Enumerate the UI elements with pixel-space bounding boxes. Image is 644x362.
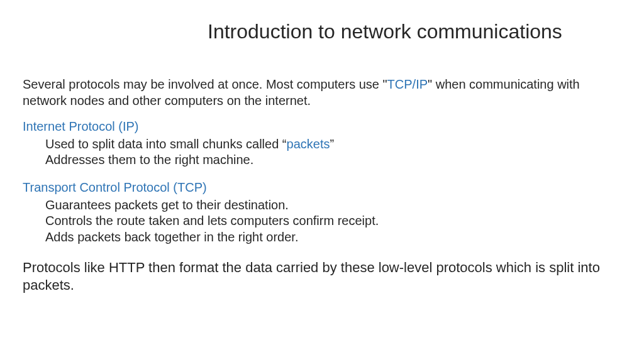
tcp-line-3: Adds packets back together in the right … — [45, 229, 621, 246]
tcp-heading: Transport Control Protocol (TCP) — [23, 180, 621, 196]
ip-line-2: Addresses them to the right machine. — [45, 152, 621, 168]
tcpip-link[interactable]: TCP/IP — [387, 77, 428, 91]
slide-body: Several protocols may be involved at onc… — [23, 77, 621, 293]
ip-line1-pre: Used to split data into small chunks cal… — [45, 137, 287, 151]
ip-line-1: Used to split data into small chunks cal… — [45, 136, 621, 153]
intro-paragraph: Several protocols may be involved at onc… — [23, 77, 621, 109]
tcp-details: Guarantees packets get to their destinat… — [45, 197, 621, 246]
slide: Introduction to network communications S… — [0, 0, 644, 362]
tcp-line-2: Controls the route taken and lets comput… — [45, 213, 621, 229]
ip-line1-post: ” — [330, 137, 334, 151]
ip-heading: Internet Protocol (IP) — [23, 119, 621, 135]
slide-title: Introduction to network communications — [208, 20, 562, 43]
ip-details: Used to split data into small chunks cal… — [45, 136, 621, 168]
intro-text-pre: Several protocols may be involved at onc… — [23, 77, 387, 91]
tcp-line-1: Guarantees packets get to their destinat… — [45, 197, 621, 214]
closing-paragraph: Protocols like HTTP then format the data… — [23, 259, 621, 293]
packets-link[interactable]: packets — [287, 137, 330, 151]
